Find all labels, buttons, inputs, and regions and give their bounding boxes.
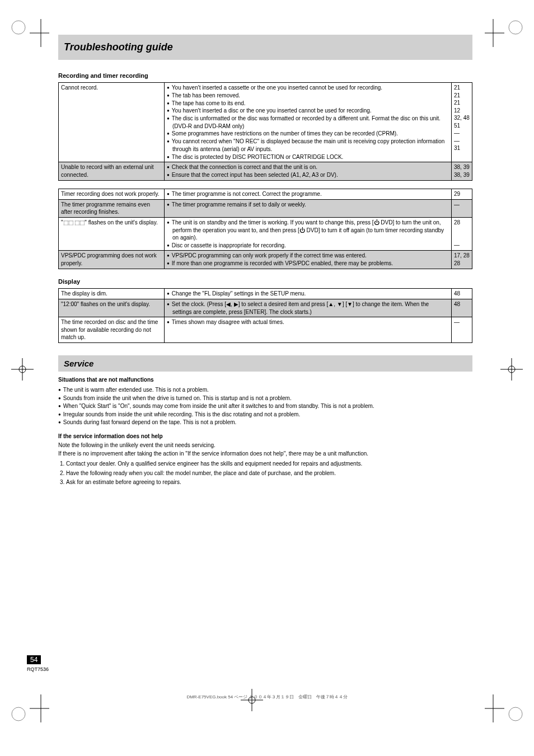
svg-point-20 — [509, 707, 522, 721]
bullet: The unit is on standby and the timer is … — [167, 219, 449, 242]
svg-point-17 — [12, 707, 25, 721]
page-refs: 48 — [452, 299, 472, 317]
bullet-list: Check that the connection is correct and… — [167, 163, 449, 179]
cell-left: The time recorded on disc and the time s… — [59, 317, 165, 343]
cell-left: "⬚⬚ ⬚⬚" flashes on the unit's display. — [59, 217, 165, 251]
service-step: Ask for an estimate before agreeing to r… — [66, 478, 472, 487]
bullet: The timer programme remains if set to da… — [167, 201, 449, 209]
display-table: The display is dim. Change the "FL Displ… — [58, 288, 472, 343]
bullet: Ensure that the correct input has been s… — [167, 171, 449, 179]
rqt-code: RQT7536 — [27, 666, 49, 672]
section-label-display: Display — [58, 278, 472, 285]
timer-table: Timer recording does not work properly. … — [58, 189, 472, 269]
crop-mark-bottom-center — [241, 689, 263, 711]
bullet: Some programmes have restrictions on the… — [167, 130, 449, 138]
cell-left: Timer recording does not work properly. — [59, 189, 165, 199]
bullet: The tab has been removed. — [167, 92, 449, 100]
crop-mark-bottom-right — [485, 678, 524, 722]
page-refs: 28 — — [452, 217, 472, 251]
crop-mark-top-left — [10, 19, 49, 64]
footer: 54 RQT7536 — [27, 655, 49, 672]
bullet: Disc or cassette is inappropriate for re… — [167, 242, 449, 250]
service-step: Contact your dealer. Only a qualified se… — [66, 460, 472, 468]
service-bullet: Sounds during fast forward depend on the… — [58, 419, 472, 427]
svg-point-8 — [19, 366, 26, 373]
bullet: You haven't inserted a disc or the one y… — [167, 107, 449, 115]
bullet: VPS/PDC programming can only work proper… — [167, 252, 449, 260]
svg-point-11 — [508, 366, 515, 373]
bullet: You haven't inserted a cassette or the o… — [167, 84, 449, 92]
bullet: Times shown may disagree with actual tim… — [167, 318, 449, 326]
cell-left: VPS/PDC programming does not work proper… — [59, 251, 165, 269]
page-refs: 38, 39 38, 39 — [452, 162, 472, 181]
cell-left: The timer programme remains even after r… — [59, 199, 165, 217]
cell-left: The display is dim. — [59, 288, 165, 299]
bullet: Check that the connection is correct and… — [167, 163, 449, 171]
service-bullet: Irregular sounds from inside the unit wh… — [58, 411, 472, 419]
service-sub-label: Situations that are not malfunctions — [58, 377, 154, 383]
crop-mark-top-right — [485, 19, 524, 64]
service-bottom-label: If the service information does not help — [58, 433, 163, 439]
bullet: Set the clock. (Press [◀, ▶] to select a… — [167, 300, 449, 316]
recording-table: Cannot record. You haven't inserted a ca… — [58, 82, 472, 181]
service-bullet: Sounds from inside the unit when the dri… — [58, 395, 472, 403]
page-refs: 48 — [452, 288, 472, 299]
page-refs: — — [452, 317, 472, 343]
service-bullet: The unit is warm after extended use. Thi… — [58, 386, 472, 395]
crop-mark-bottom-left — [10, 678, 49, 722]
cell-left: "12:00" flashes on the unit's display. — [59, 299, 165, 317]
page-refs: — — [452, 199, 472, 217]
page-refs: 21 21 21 12 32, 48 51 — — 31 — [452, 83, 472, 162]
service-text: Situations that are not malfunctions The… — [58, 376, 472, 487]
bullet: The tape has come to its end. — [167, 100, 449, 107]
service-body: Note the following in the unlikely event… — [58, 442, 472, 458]
svg-point-0 — [12, 21, 25, 34]
page-title: Troubleshooting guide — [58, 35, 472, 60]
service-title: Service — [58, 355, 472, 372]
bullet: Change the "FL Display" settings in the … — [167, 290, 449, 298]
cell-left: Unable to record with an external unit c… — [59, 162, 165, 181]
cell-left: Cannot record. — [59, 83, 165, 162]
section-label-recording: Recording and timer recording — [58, 72, 472, 79]
bullet: You cannot record when "NO REC" is displ… — [167, 138, 449, 153]
page-refs: 29 — [452, 189, 472, 199]
service-bullet: When "Quick Start" is "On", sounds may c… — [58, 402, 472, 411]
svg-point-3 — [509, 21, 522, 34]
page-number: 54 — [27, 655, 41, 664]
service-step: Have the following ready when you call: … — [66, 469, 472, 478]
bullet: The timer programme is not correct. Corr… — [167, 190, 449, 198]
crop-mark-right — [500, 358, 523, 381]
bullet-list: You haven't inserted a cassette or the o… — [167, 84, 449, 161]
crop-mark-left — [11, 358, 34, 381]
bullet: The disc is protected by DISC PROTECTION… — [167, 153, 449, 161]
bullet: If more than one programme is recorded w… — [167, 260, 449, 267]
bullet: The disc is unformatted or the disc was … — [167, 115, 449, 130]
page-refs: 17, 28 28 — [452, 251, 472, 269]
print-footnote: DMR-E75VEG.book 54 ページ ２００４年３月１９日 金曜日 午後… — [0, 694, 534, 700]
